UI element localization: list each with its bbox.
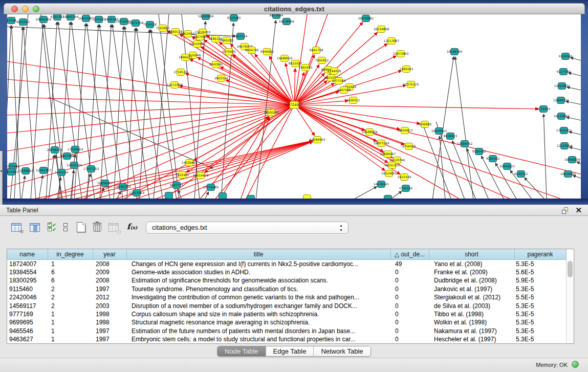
delete-rows-trash-icon[interactable] (93, 222, 102, 232)
graph-node[interactable]: 19358 (7, 17, 16, 24)
column-header-name[interactable]: name (7, 249, 48, 259)
dropdown-stepper-icon[interactable]: ▲▼ (339, 223, 343, 232)
network-window-titlebar[interactable]: citations_edges.txt (4, 3, 585, 14)
graph-node[interactable]: 18943744 (63, 14, 79, 20)
graph-edge[interactable] (294, 105, 538, 109)
graph-node[interactable]: 2718126 (174, 69, 188, 76)
graph-edge[interactable] (74, 24, 85, 200)
graph-edge[interactable] (114, 27, 123, 200)
graph-edge[interactable] (294, 105, 563, 200)
cell-name[interactable]: 14569117 (7, 302, 48, 310)
graph-edge[interactable] (577, 162, 581, 164)
cell-short[interactable]: Hescheler et al. (1997) (429, 335, 514, 343)
cell-title[interactable]: Changes of HCN gene expression and I(f) … (126, 259, 390, 268)
graph-node[interactable]: 16671358 (128, 20, 144, 27)
collapsed-west-panel-strip[interactable] (0, 151, 3, 205)
cell-out_de[interactable]: 0 (390, 302, 429, 310)
column-header-in_degree[interactable]: in_degree (48, 249, 93, 259)
graph-node[interactable] (165, 192, 173, 199)
cell-in_degree[interactable]: 1 (48, 327, 93, 335)
cell-name[interactable]: 18724007 (7, 259, 48, 268)
cell-out_de[interactable]: 0 (390, 276, 429, 285)
table-row[interactable]: 911546021997Tourette syndrome. Phenomeno… (7, 285, 566, 293)
graph-node[interactable]: 2522544 (398, 174, 411, 181)
graph-edge[interactable] (137, 28, 163, 200)
graph-node[interactable]: 15688520 (277, 55, 293, 62)
collapse-arrow-icon[interactable]: ◂ (0, 169, 2, 172)
cell-out_de[interactable]: 0 (390, 310, 429, 318)
graph-node[interactable]: 9657771 (170, 182, 184, 189)
graph-node[interactable]: 17592971 (556, 127, 572, 134)
graph-edge[interactable] (294, 105, 420, 124)
cell-short[interactable]: Wolkin et al. (1998) (429, 318, 514, 326)
new-file-icon[interactable] (77, 222, 85, 232)
graph-node[interactable]: 5460283 (220, 37, 234, 44)
cell-title[interactable]: Genome-wide association studies in ADHD. (126, 268, 390, 276)
graph-edge[interactable] (294, 23, 363, 105)
scrollbar-thumb[interactable] (568, 261, 573, 277)
graph-node[interactable]: 9761343 (51, 14, 64, 20)
cell-title[interactable]: Investigating the contribution of common… (126, 293, 390, 301)
graph-edge[interactable] (71, 22, 95, 200)
table-row[interactable]: 946554611997Estimation of the future num… (7, 327, 566, 335)
graph-edge[interactable] (570, 147, 581, 150)
cell-out_de[interactable]: 0 (390, 335, 429, 343)
rows-icon[interactable] (63, 223, 68, 232)
cell-in_degree[interactable]: 2 (48, 302, 93, 310)
cell-short[interactable]: Dudbridge et al. (2008) (429, 276, 514, 285)
graph-node[interactable]: 16648784 (447, 49, 463, 55)
table-settings-icon[interactable]: ⚙ (11, 223, 21, 232)
cell-title[interactable]: Estimation of the future numbers of pati… (126, 327, 390, 335)
cell-year[interactable]: 1997 (93, 285, 126, 293)
cell-out_de[interactable]: 49 (390, 259, 429, 268)
cell-in_degree[interactable]: 2 (48, 293, 93, 301)
cell-in_degree[interactable]: 1 (48, 259, 93, 268)
cell-in_degree[interactable]: 6 (48, 276, 93, 285)
cell-out_de[interactable]: 0 (390, 293, 429, 301)
graph-node[interactable]: 16210645 (554, 113, 570, 120)
graph-edge[interactable] (525, 178, 545, 200)
graph-node[interactable]: 1145194 (55, 169, 69, 176)
graph-node[interactable]: 8939895 (418, 121, 432, 128)
table-row[interactable]: 1872400712008Changes of HCN gene express… (7, 259, 566, 268)
cell-title[interactable]: Tourette syndrome. Phenomenology and cla… (126, 285, 390, 293)
graph-node[interactable]: 12213389 (167, 82, 183, 89)
cell-year[interactable]: 2012 (93, 293, 126, 301)
graph-node[interactable]: 6497568 (337, 87, 351, 94)
cell-year[interactable]: 2009 (93, 268, 126, 276)
graph-node[interactable]: 16409521 (431, 128, 447, 135)
table-row[interactable]: 2242004622012Investigating the contribut… (7, 293, 566, 301)
graph-edge[interactable] (233, 55, 294, 105)
tab-node-table[interactable]: Node Table (217, 346, 266, 356)
graph-node[interactable]: 11568693 (18, 168, 34, 174)
cell-year[interactable]: 1998 (93, 310, 126, 318)
cell-pagerank[interactable]: 5.3E-5 (514, 310, 566, 318)
graph-node[interactable]: 16782759 (115, 184, 131, 190)
graph-node[interactable]: 9756928 (402, 143, 416, 150)
graph-node[interactable]: 9097588 (60, 153, 74, 160)
cell-short[interactable]: Nakamura et al. (1997) (429, 327, 514, 335)
cell-title[interactable]: Estimation of significance thresholds fo… (126, 276, 390, 285)
graph-node[interactable]: 6961758 (310, 47, 323, 54)
graph-edge[interactable] (72, 141, 312, 200)
cell-short[interactable]: Tibbo et al. (1998) (429, 310, 514, 318)
graph-node[interactable]: 17375125 (403, 81, 419, 88)
cell-name[interactable]: 9465546 (7, 327, 48, 335)
select-all-icon[interactable]: ✔✔ ✔✔ (48, 223, 56, 232)
graph-node[interactable]: 16914479 (193, 172, 209, 179)
graph-edge[interactable] (573, 176, 581, 178)
graph-node[interactable]: 9162402 (486, 156, 500, 162)
tab-network-table[interactable]: Network Table (314, 346, 370, 356)
column-header-short[interactable]: short (429, 249, 514, 259)
graph-node[interactable]: 9827508 (193, 34, 207, 40)
graph-node[interactable]: 19218506 (279, 18, 295, 25)
graph-node[interactable]: 14524851 (381, 170, 397, 177)
graph-node[interactable]: 26578682 (358, 15, 374, 22)
cell-in_degree[interactable]: 2 (48, 285, 93, 293)
column-header-title[interactable]: title (126, 249, 390, 259)
cell-pagerank[interactable]: 5.5E-5 (514, 293, 566, 301)
graph-node[interactable]: 8215955 (537, 106, 551, 113)
graph-edge[interactable] (39, 176, 42, 200)
cell-short[interactable]: Franke et al. (2009) (429, 268, 514, 276)
cell-pagerank[interactable]: 5.3E-5 (514, 335, 566, 343)
